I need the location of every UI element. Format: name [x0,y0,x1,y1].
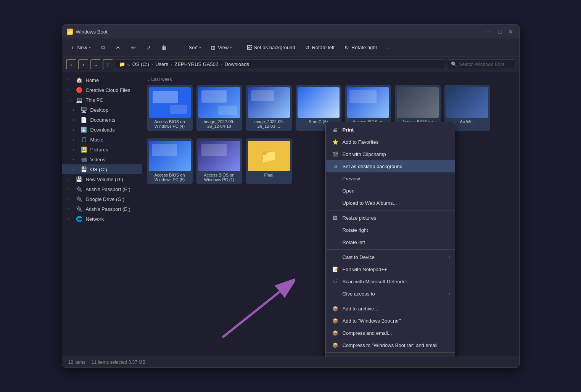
file-item-1[interactable]: Access BIOS on Windows PC (4) [147,85,193,131]
desktop-bg-icon: 🖥 [332,163,339,170]
sidebar-item-new-volume[interactable]: › 💾 New Volume (D:) [62,174,142,184]
sidebar-item-network[interactable]: › 🌐 Network [62,214,142,224]
ctx-upload-web[interactable]: Upload to Web Albums... [326,197,455,209]
compress-rar-icon: 📦 [332,342,339,349]
chevron-icon: › [73,108,77,112]
ctx-add-winboot[interactable]: 📦 Add to "Windows Boot.rar" [326,315,455,327]
ctx-add-archive[interactable]: 📦 Add to archive... [326,302,455,315]
chevron-icon: › [73,157,77,162]
ctx-give-access[interactable]: Give access to › [326,288,455,300]
ctx-edit-notepad[interactable]: 📝 Edit with Notepad++ [326,263,455,275]
new-button[interactable]: + New ▾ [66,42,95,53]
rename-toolbar-button[interactable]: ✏ [127,42,140,53]
sidebar-item-music[interactable]: › 🎵 Music [62,135,142,145]
sidebar-item-videos[interactable]: › 📹 Videos [62,154,142,164]
chevron-icon: › [68,78,73,82]
share-toolbar-button[interactable]: ↗ [142,42,156,53]
back-button[interactable]: ‹ [66,59,77,70]
nav-bar: ‹ › ⌄ ↑ 📁 « OS (C:) › Users › ZEPHYRUS G… [62,57,519,72]
sort-icon: ↕ [181,45,187,51]
separator-2 [239,43,239,52]
content-area: ⌄ Last week Access BIOS on Windows PC (4… [142,72,519,357]
sidebar-os-c-label: OS (C:) [90,167,107,172]
breadcrumb-icon: 📁 [119,61,125,67]
home-icon: 🏠 [76,77,83,83]
copy-icon: ⧉ [100,45,106,51]
notepad-icon: 📝 [332,266,339,273]
ctx-print[interactable]: 🖨 Print [326,124,455,136]
more-options-button[interactable]: ... [382,42,394,53]
sidebar-item-downloads[interactable]: › ⬇️ Downloads [62,125,142,135]
open-icon [332,187,339,194]
file-item-9[interactable]: Access BIOS on Windows PC (1) [196,138,242,184]
up-button[interactable]: ↑ [103,59,113,70]
ctx-edit-clipchamp[interactable]: 🎬 Edit with Clipchamp [326,148,455,160]
sidebar-item-atish-passport-1[interactable]: › 🔌 Atish's Passport (E:) [62,184,142,194]
recent-button[interactable]: ⌄ [90,59,101,70]
sidebar-atish-2-label: Atish's Passport (E:) [86,206,130,212]
file-item-10[interactable]: 📁 Final [246,138,292,184]
ctx-compress-rar-email[interactable]: 📦 Compress to "Windows Boot.rar" and ema… [326,339,455,351]
sidebar-desktop-label: Desktop [90,107,109,113]
ctx-copy-path[interactable]: Copy as path [326,354,455,357]
maximize-button[interactable]: □ [497,28,504,35]
network-icon: 🌐 [76,216,83,222]
rotate-left-button[interactable]: ↺ Rotate left [301,42,338,53]
delete-toolbar-button[interactable]: 🗑 [157,42,171,53]
videos-icon: 📹 [80,156,87,162]
sidebar-network-label: Network [86,216,104,222]
set-bg-button[interactable]: 🖼 Set as background [242,42,299,53]
scissors-icon: ✂ [115,45,121,51]
ctx-set-desktop-bg[interactable]: 🖥 Set as desktop background [326,160,455,172]
cut-toolbar-button[interactable]: ✂ [111,42,125,53]
copy-button[interactable]: ⧉ [96,42,110,53]
window-close-button[interactable]: ✕ [507,28,515,35]
rotate-right-icon: ↻ [344,45,350,51]
breadcrumb-os[interactable]: OS (C:) [132,61,149,67]
title-bar-icon: 📁 [67,29,73,35]
ctx-preview[interactable]: Preview [326,172,455,185]
submenu-arrow-icon: › [449,254,450,260]
breadcrumb[interactable]: 📁 « OS (C:) › Users › ZEPHYRUS GA502 › D… [115,59,445,69]
sidebar-item-desktop[interactable]: › 🖥️ Desktop [62,105,142,115]
ctx-open[interactable]: Open [326,185,455,197]
breadcrumb-users[interactable]: Users [155,61,168,67]
file-item-2[interactable]: image_2022-09-26_12-04-18 [196,85,242,131]
sidebar-item-pictures[interactable]: › 🖼️ Pictures [62,145,142,154]
archive-icon: 📦 [332,305,339,312]
pointer-arrow [219,269,295,345]
ctx-add-favorites[interactable]: ⭐ Add to Favorites [326,136,455,148]
close-button[interactable]: — [484,28,494,35]
breadcrumb-pc[interactable]: ZEPHYRUS GA502 [174,61,218,67]
ctx-rotate-right[interactable]: Rotate right [326,224,455,236]
ctx-compress-email[interactable]: 📦 Compress and email... [326,327,455,339]
sidebar-item-documents[interactable]: › 📄 Documents [62,115,142,125]
sidebar-item-this-pc[interactable]: ⌄ 💻 This PC [62,95,142,105]
rotate-right-button[interactable]: ↻ Rotate right [340,42,381,53]
file-label-10: Final [248,173,290,177]
section-chevron-icon: ⌄ [147,77,150,82]
pictures-icon: 🖼️ [80,146,87,153]
sidebar-item-atish-passport-2[interactable]: › 🔌 Atish's Passport (E:) [62,204,142,214]
file-item-8[interactable]: Access BIOS on Windows PC (5) [147,138,193,184]
breadcrumb-downloads[interactable]: Downloads [225,61,249,67]
ctx-cast-device[interactable]: Cast to Device › [326,251,455,263]
ctx-scan-defender[interactable]: 🛡 Scan with Microsoft Defender... [326,275,455,288]
file-thumb-3 [248,87,290,118]
sidebar-item-google-drive[interactable]: › 🔌 Google Drive (G:) [62,194,142,204]
ctx-resize[interactable]: 🖼 Resize pictures [326,212,455,224]
file-item-3[interactable]: image_2022-09-26_12-03-... [246,85,292,131]
search-box[interactable]: 🔍 Search Windows Boot [447,59,515,69]
ctx-rotate-left[interactable]: Rotate left [326,236,455,248]
view-button[interactable]: ⊞ View ▾ [206,42,236,53]
sidebar-google-drive-label: Google Drive (G:) [86,196,125,202]
upload-icon [332,199,339,206]
sidebar-pictures-label: Pictures [90,147,108,153]
sidebar-item-home[interactable]: › 🏠 Home [62,75,142,85]
view-chevron-icon: ▾ [230,45,232,50]
sidebar-item-creative-cloud[interactable]: › 🔴 Creative Cloud Files [62,85,142,95]
forward-button[interactable]: › [78,59,89,70]
item-count: 12 items [68,360,85,365]
sidebar-item-os-c[interactable]: › 💾 OS (C:) [62,164,142,174]
sort-button[interactable]: ↕ Sort ▾ [177,42,205,53]
